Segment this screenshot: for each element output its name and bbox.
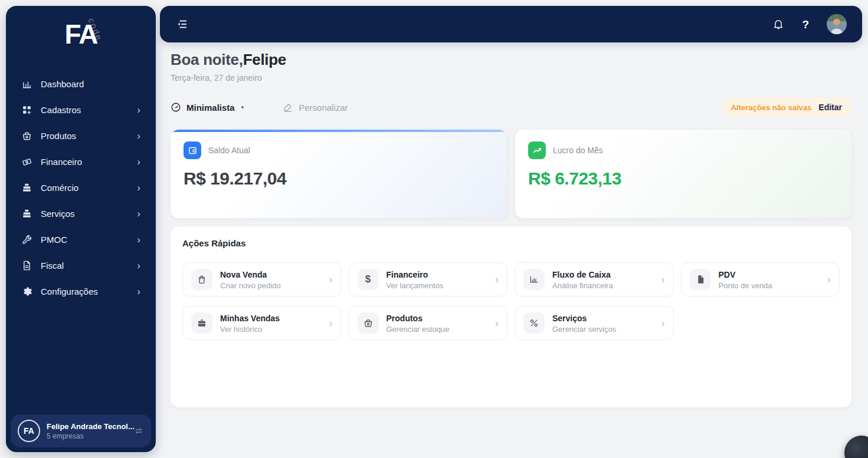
company-name: Felipe Andrade Tecnol... <box>47 422 127 431</box>
company-count: 5 empresas <box>47 432 127 440</box>
pen-icon <box>283 102 293 113</box>
sidebar-item-financeiro[interactable]: Financeiro › <box>14 149 148 174</box>
tab-label: Personalizar <box>299 103 348 113</box>
chevron-down-icon: ▾ <box>241 104 244 110</box>
action-title: Fluxo de Caixa <box>552 270 611 279</box>
dollar-icon: $ <box>358 269 379 290</box>
greeting-date: Terça-feira, 27 de janeiro <box>171 73 851 83</box>
sidebar-item-label: Comércio <box>41 183 78 193</box>
chevron-right-icon: › <box>137 261 140 271</box>
sidebar-item-label: PMOC <box>41 235 67 245</box>
chevron-right-icon: › <box>495 274 499 286</box>
basket-icon <box>21 130 32 141</box>
action-subtitle: Análise financeira <box>552 281 613 290</box>
receipt-icon <box>690 269 711 290</box>
action-nova-venda[interactable]: Nova Venda Criar novo pedido › <box>182 262 342 296</box>
action-financeiro[interactable]: $ Financeiro Ver lançamentos › <box>349 262 508 296</box>
chevron-right-icon: › <box>137 235 140 245</box>
action-minhas-vendas[interactable]: Minhas Vendas Ver histórico › <box>182 306 342 340</box>
gear-icon <box>21 286 32 297</box>
sidebar-item-label: Cadastros <box>41 105 81 115</box>
bar-chart-icon <box>21 78 32 90</box>
briefcase-icon <box>191 312 212 334</box>
action-produtos[interactable]: Produtos Gerenciar estoque › <box>349 306 508 340</box>
chart-icon <box>523 269 545 290</box>
action-subtitle: Ver histórico <box>220 325 280 334</box>
sidebar-item-dashboard[interactable]: Dashboard <box>14 71 148 97</box>
quick-actions-grid: Nova Venda Criar novo pedido › $ Finance… <box>182 262 840 340</box>
sidebar-item-comercio[interactable]: Comércio › <box>14 174 148 200</box>
app-logo: FA code <box>6 6 156 62</box>
chevron-right-icon: › <box>827 274 831 286</box>
chevron-right-icon: › <box>137 131 140 141</box>
gauge-icon <box>171 102 181 113</box>
greeting-salutation: Boa noite, <box>171 51 243 68</box>
sidebar-item-label: Serviços <box>41 209 75 219</box>
card-accent-line <box>171 130 507 132</box>
chevron-right-icon: › <box>329 274 333 286</box>
sidebar-item-produtos[interactable]: Produtos › <box>14 123 148 149</box>
company-switcher[interactable]: FA Felipe Andrade Tecnol... 5 empresas <box>11 414 151 447</box>
company-avatar: FA <box>18 420 40 442</box>
sidebar-item-cadastros[interactable]: Cadastros › <box>14 97 148 123</box>
collapse-sidebar-icon[interactable] <box>175 18 188 31</box>
chevron-right-icon: › <box>137 183 140 193</box>
action-subtitle: Gerenciar estoque <box>386 325 450 334</box>
topbar: ? <box>160 6 862 42</box>
bell-icon[interactable] <box>772 18 784 30</box>
greeting-name: Felipe <box>243 51 286 68</box>
view-tabs: Minimalista ▾ Personalizar Alterações nã… <box>171 98 851 117</box>
tab-label: Minimalista <box>186 103 235 113</box>
document-icon <box>21 260 32 271</box>
sidebar-item-servicos[interactable]: Serviços › <box>14 200 148 226</box>
banknote-icon <box>21 156 32 167</box>
wrench-icon <box>21 234 32 245</box>
action-title: Nova Venda <box>220 270 267 279</box>
action-subtitle: Ver lançamentos <box>386 281 444 290</box>
floating-action-button[interactable] <box>844 436 868 458</box>
basket-icon <box>358 312 379 334</box>
saldo-atual-card: Saldo Atual R$ 19.217,04 <box>171 130 507 218</box>
action-fluxo-de-caixa[interactable]: Fluxo de Caixa Análise financeira › <box>515 262 674 296</box>
tab-minimalista[interactable]: Minimalista ▾ <box>171 102 244 113</box>
sidebar-nav: Dashboard Cadastros › Produtos › Finance… <box>6 62 156 410</box>
card-label: Saldo Atual <box>208 146 250 155</box>
help-icon[interactable]: ? <box>802 19 809 30</box>
saldo-atual-value: R$ 19.217,04 <box>184 169 494 189</box>
chevron-right-icon: › <box>137 157 140 167</box>
sidebar-item-fiscal[interactable]: Fiscal › <box>14 252 148 278</box>
quick-actions-title: Ações Rápidas <box>182 238 840 248</box>
action-pdv[interactable]: PDV Ponto de venda › <box>681 262 840 296</box>
sidebar-item-pmoc[interactable]: PMOC › <box>14 226 148 252</box>
chevron-right-icon: › <box>661 317 665 330</box>
page-title: Boa noite,Felipe <box>171 51 851 69</box>
lucro-do-mes-card: Lucro do Mês R$ 6.723,13 <box>515 130 851 218</box>
cash-register-icon <box>21 208 32 219</box>
tab-personalizar[interactable]: Personalizar <box>283 102 348 113</box>
sidebar-item-label: Fiscal <box>41 261 64 271</box>
swap-icon <box>134 426 144 436</box>
cash-register-icon <box>21 182 32 193</box>
main-content: Boa noite,Felipe Terça-feira, 27 de jane… <box>160 51 862 407</box>
sidebar-item-label: Financeiro <box>41 157 82 167</box>
action-subtitle: Criar novo pedido <box>220 281 281 290</box>
action-servicos[interactable]: Serviços Gerenciar serviços › <box>515 306 674 340</box>
shopping-bag-icon <box>191 269 212 290</box>
unsaved-message: Alterações não salvas <box>731 103 812 112</box>
summary-cards: Saldo Atual R$ 19.217,04 Lucro do Mês R$… <box>171 130 851 218</box>
chevron-right-icon: › <box>329 317 333 330</box>
wallet-icon <box>184 141 201 159</box>
user-avatar[interactable] <box>827 14 847 34</box>
grid-plus-icon <box>21 104 32 116</box>
sidebar-item-configuracoes[interactable]: Configurações › <box>14 278 148 304</box>
sidebar-item-label: Dashboard <box>41 79 84 89</box>
sidebar-item-label: Produtos <box>41 131 76 141</box>
action-title: Serviços <box>552 314 587 323</box>
action-subtitle: Gerenciar serviços <box>552 325 616 334</box>
action-title: Financeiro <box>386 270 428 279</box>
chevron-right-icon: › <box>661 274 665 286</box>
sidebar-item-label: Configurações <box>41 286 98 296</box>
tools-icon <box>523 312 545 334</box>
action-title: Minhas Vendas <box>220 314 280 323</box>
edit-button[interactable]: Editar <box>818 103 842 112</box>
